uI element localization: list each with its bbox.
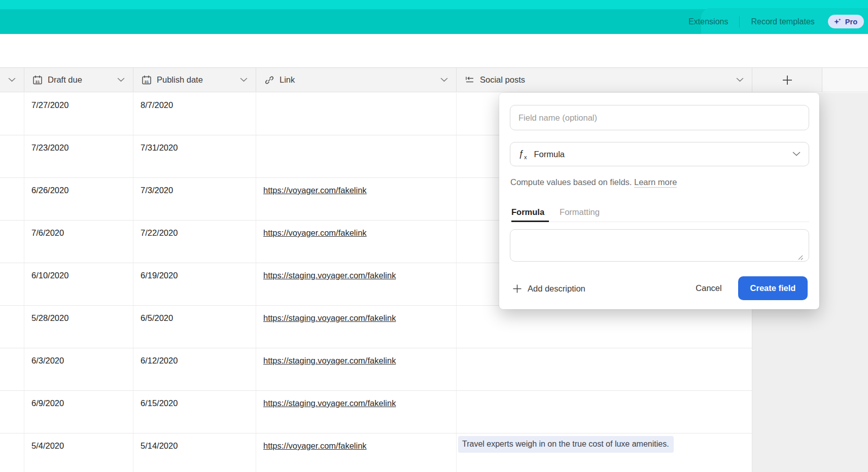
cancel-button[interactable]: Cancel — [691, 276, 726, 300]
previous-column-header-stub[interactable] — [0, 68, 24, 92]
draft-due-value: 5/4/2020 — [31, 441, 64, 450]
pro-badge[interactable]: Pro — [828, 15, 864, 28]
sparkle-icon — [834, 18, 842, 26]
top-bar-actions: Extensions Record templates Pro — [677, 9, 865, 34]
pro-badge-label: Pro — [845, 18, 857, 26]
tab-formatting[interactable]: Formatting — [560, 207, 600, 217]
extensions-button[interactable]: Extensions — [677, 17, 739, 26]
create-field-button[interactable]: Create field — [738, 276, 808, 300]
link-value[interactable]: https://voyager.com/fakelink — [263, 186, 367, 195]
publish-date-cell[interactable]: 6/19/2020 — [133, 263, 256, 305]
chevron-down-icon[interactable] — [117, 78, 125, 82]
row-stub-cell[interactable] — [0, 306, 24, 348]
field-type-selected: Formula — [534, 150, 565, 159]
row-stub-cell[interactable] — [0, 348, 24, 390]
link-cell[interactable]: https://staging.voyager.com/fakelink — [256, 391, 457, 433]
add-description-button[interactable]: Add description — [512, 282, 585, 295]
publish-date-cell[interactable]: 7/31/2020 — [133, 135, 256, 177]
draft-due-cell[interactable]: 7/27/2020 — [24, 93, 133, 135]
svg-text:31: 31 — [145, 79, 149, 84]
column-header-link[interactable]: Link — [256, 68, 457, 92]
tab-formula[interactable]: Formula — [511, 207, 544, 217]
link-value[interactable]: https://voyager.com/fakelink — [263, 228, 367, 237]
chevron-down-icon[interactable] — [440, 78, 448, 82]
publish-date-value: 7/22/2020 — [141, 228, 178, 237]
active-tab-indicator — [511, 221, 549, 222]
link-value[interactable]: https://staging.voyager.com/fakelink — [263, 356, 396, 365]
field-name-input[interactable] — [510, 105, 809, 130]
publish-date-value: 6/15/2020 — [141, 398, 178, 408]
row-stub-cell[interactable] — [0, 135, 24, 177]
column-label: Social posts — [480, 75, 525, 85]
learn-more-link[interactable]: Learn more — [634, 177, 677, 188]
header-filler — [822, 68, 868, 92]
social-posts-cell[interactable] — [457, 306, 752, 348]
publish-date-value: 6/5/2020 — [141, 313, 173, 322]
draft-due-value: 7/23/2020 — [31, 143, 68, 152]
calendar-icon: 31 — [32, 75, 43, 85]
field-type-dropdown[interactable]: ƒx Formula — [510, 142, 809, 166]
table-row: 5/4/2020 5/14/2020 https://voyager.com/f… — [0, 433, 752, 472]
long-text-field-icon — [465, 75, 475, 85]
grid-header-row: 31 Draft due 31 Publish date — [0, 67, 868, 92]
link-cell[interactable]: https://staging.voyager.com/fakelink — [256, 348, 457, 390]
calendar-icon: 31 — [142, 75, 152, 85]
link-value[interactable]: https://staging.voyager.com/fakelink — [263, 398, 396, 408]
chevron-down-icon[interactable] — [8, 78, 16, 82]
link-cell[interactable]: https://voyager.com/fakelink — [256, 221, 457, 263]
link-cell[interactable]: https://staging.voyager.com/fakelink — [256, 306, 457, 348]
link-cell[interactable]: https://voyager.com/fakelink — [256, 433, 457, 472]
column-header-social-posts[interactable]: Social posts — [457, 68, 752, 92]
formula-tabs: Formula Formatting — [511, 207, 600, 217]
formula-input[interactable] — [510, 229, 809, 262]
publish-date-value: 6/19/2020 — [141, 271, 178, 280]
publish-date-value: 7/31/2020 — [141, 143, 178, 152]
draft-due-cell[interactable]: 6/3/2020 — [24, 348, 133, 390]
draft-due-value: 7/27/2020 — [31, 100, 68, 110]
row-stub-cell[interactable] — [0, 93, 24, 135]
svg-text:31: 31 — [36, 79, 40, 84]
row-stub-cell[interactable] — [0, 263, 24, 305]
link-value[interactable]: https://voyager.com/fakelink — [263, 441, 367, 450]
row-stub-cell[interactable] — [0, 433, 24, 472]
social-posts-cell[interactable] — [457, 391, 752, 433]
column-header-publish-date[interactable]: 31 Publish date — [133, 68, 256, 92]
link-cell[interactable]: https://staging.voyager.com/fakelink — [256, 263, 457, 305]
row-stub-cell[interactable] — [0, 391, 24, 433]
publish-date-cell[interactable]: 7/3/2020 — [133, 178, 256, 220]
draft-due-cell[interactable]: 7/23/2020 — [24, 135, 133, 177]
draft-due-cell[interactable]: 5/28/2020 — [24, 306, 133, 348]
link-cell[interactable] — [256, 93, 457, 135]
publish-date-cell[interactable]: 6/12/2020 — [133, 348, 256, 390]
link-value[interactable]: https://staging.voyager.com/fakelink — [263, 271, 396, 280]
airtable-grid-screen: Extensions Record templates Pro — [0, 0, 868, 472]
social-posts-cell[interactable] — [457, 348, 752, 390]
field-type-help-text: Compute values based on fields. Learn mo… — [510, 177, 677, 187]
link-cell[interactable]: https://voyager.com/fakelink — [256, 178, 457, 220]
publish-date-cell[interactable]: 8/7/2020 — [133, 93, 256, 135]
social-posts-cell[interactable]: Travel experts weigh in on the true cost… — [457, 433, 752, 472]
draft-due-cell[interactable]: 7/6/2020 — [24, 221, 133, 263]
column-header-draft-due[interactable]: 31 Draft due — [24, 68, 133, 92]
table-row: 6/9/2020 6/15/2020 https://staging.voyag… — [0, 391, 752, 433]
social-post-value: Travel experts weigh in on the true cost… — [458, 436, 674, 453]
publish-date-cell[interactable]: 5/14/2020 — [133, 433, 256, 472]
row-stub-cell[interactable] — [0, 178, 24, 220]
draft-due-value: 6/9/2020 — [31, 398, 64, 408]
draft-due-cell[interactable]: 5/4/2020 — [24, 433, 133, 472]
add-field-button[interactable] — [752, 68, 822, 92]
draft-due-cell[interactable]: 6/9/2020 — [24, 391, 133, 433]
draft-due-value: 6/10/2020 — [31, 271, 68, 280]
link-value[interactable]: https://staging.voyager.com/fakelink — [263, 313, 396, 322]
draft-due-cell[interactable]: 6/10/2020 — [24, 263, 133, 305]
publish-date-cell[interactable]: 6/15/2020 — [133, 391, 256, 433]
draft-due-cell[interactable]: 6/26/2020 — [24, 178, 133, 220]
publish-date-cell[interactable]: 7/22/2020 — [133, 221, 256, 263]
row-stub-cell[interactable] — [0, 221, 24, 263]
draft-due-value: 6/3/2020 — [31, 356, 64, 365]
chevron-down-icon[interactable] — [240, 78, 248, 82]
link-cell[interactable] — [256, 135, 457, 177]
chevron-down-icon[interactable] — [736, 78, 744, 82]
publish-date-cell[interactable]: 6/5/2020 — [133, 306, 256, 348]
record-templates-button[interactable]: Record templates — [740, 17, 825, 26]
